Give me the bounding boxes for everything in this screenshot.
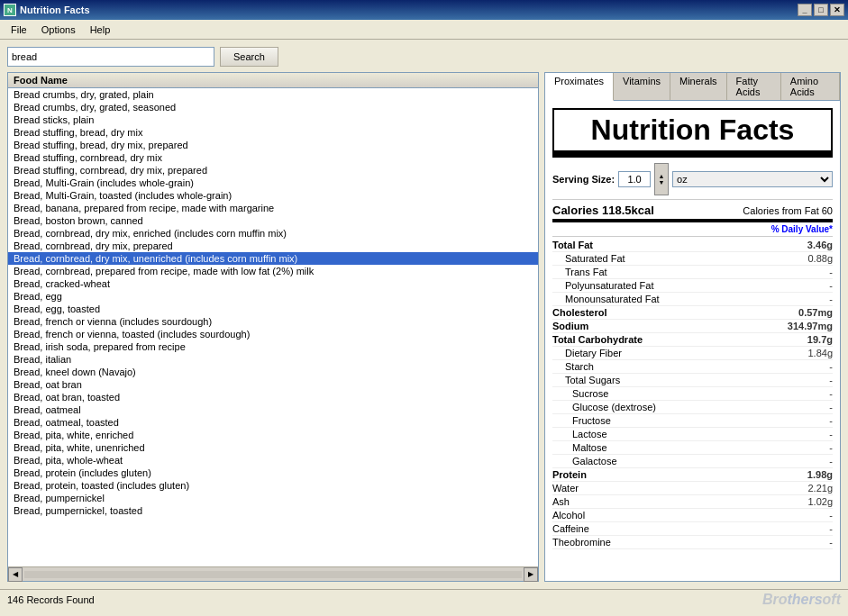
nutrient-row: Lactose- xyxy=(552,428,833,441)
right-panel: Proximates Vitamins Minerals Fatty Acids… xyxy=(544,72,841,582)
food-item[interactable]: Bread stuffing, cornbread, dry mix, prep… xyxy=(8,164,538,177)
branding-highlight: thers xyxy=(787,592,822,607)
food-item[interactable]: Bread, protein, toasted (includes gluten… xyxy=(8,479,538,492)
close-button[interactable]: ✕ xyxy=(830,4,844,16)
nutrient-label: Trans Fat xyxy=(565,267,607,277)
search-input[interactable] xyxy=(7,47,214,67)
serving-size-input[interactable] xyxy=(618,171,651,187)
calories-main: Calories 118.5kcal xyxy=(552,204,654,217)
food-item[interactable]: Bread, Multi-Grain (includes whole-grain… xyxy=(8,177,538,189)
nutrient-label: Protein xyxy=(552,469,587,480)
nutrient-value: 1.02g xyxy=(807,496,833,507)
tab-proximates[interactable]: Proximates xyxy=(545,73,614,101)
food-item[interactable]: Bread crumbs, dry, grated, seasoned xyxy=(8,101,538,113)
food-item[interactable]: Bread, french or vienna (includes sourdo… xyxy=(8,315,538,328)
nutrient-row: Theobromine- xyxy=(552,536,833,549)
tab-amino-acids[interactable]: Amino Acids xyxy=(781,73,840,100)
menu-help[interactable]: Help xyxy=(83,23,118,37)
nutrient-row: Total Fat3.46g xyxy=(552,239,833,252)
food-item[interactable]: Bread, cornbread, dry mix, unenriched (i… xyxy=(8,252,538,265)
nutrient-label: Sodium xyxy=(552,321,588,331)
branding-prefix: Bro xyxy=(762,592,788,607)
food-item[interactable]: Bread stuffing, bread, dry mix, prepared xyxy=(8,139,538,151)
food-item[interactable]: Bread stuffing, cornbread, dry mix xyxy=(8,151,538,164)
food-item[interactable]: Bread, egg xyxy=(8,290,538,303)
food-item[interactable]: Bread, oat bran xyxy=(8,378,538,391)
menu-file[interactable]: File xyxy=(4,23,34,37)
nutrient-row: Total Sugars- xyxy=(552,374,833,387)
food-item[interactable]: Bread stuffing, bread, dry mix xyxy=(8,126,538,139)
food-item[interactable]: Bread, cornbread, dry mix, prepared xyxy=(8,240,538,252)
food-item[interactable]: Bread, protein (includes gluten) xyxy=(8,467,538,479)
menu-options[interactable]: Options xyxy=(34,23,83,37)
nutrient-value: - xyxy=(829,388,833,399)
food-item[interactable]: Bread, banana, prepared from recipe, mad… xyxy=(8,202,538,214)
nutrient-label: Total Fat xyxy=(552,240,593,250)
food-item[interactable]: Bread, Multi-Grain, toasted (includes wh… xyxy=(8,189,538,202)
nutrient-label: Galactose xyxy=(572,456,617,467)
daily-value-text: % Daily Value* xyxy=(771,224,833,234)
nutrient-value: - xyxy=(829,442,833,453)
nutrient-label: Lactose xyxy=(572,429,607,439)
food-item[interactable]: Bread, pumpernickel, toasted xyxy=(8,504,538,517)
nutrient-value: - xyxy=(829,375,833,385)
food-item[interactable]: Bread, pita, whole-wheat xyxy=(8,454,538,467)
nutrient-value: 0.88g xyxy=(807,253,833,264)
food-item[interactable]: Bread, cornbread, dry mix, enriched (inc… xyxy=(8,227,538,240)
serving-row: Serving Size: ▲▼ oz g cup xyxy=(552,163,833,200)
tabs-bar: Proximates Vitamins Minerals Fatty Acids… xyxy=(545,73,840,101)
title-bar-left: N Nutrition Facts xyxy=(4,4,90,16)
title-bar: N Nutrition Facts _ □ ✕ xyxy=(0,0,848,20)
calories-value: 118.5kcal xyxy=(602,204,654,217)
food-item[interactable]: Bread, french or vienna, toasted (includ… xyxy=(8,328,538,340)
food-item[interactable]: Bread crumbs, dry, grated, plain xyxy=(8,88,538,101)
food-item[interactable]: Bread, boston brown, canned xyxy=(8,214,538,227)
nutrient-label: Total Sugars xyxy=(565,375,620,385)
nutrient-label: Ash xyxy=(552,496,570,507)
scroll-track xyxy=(24,571,522,578)
nutrient-value: - xyxy=(829,294,833,304)
food-item[interactable]: Bread, irish soda, prepared from recipe xyxy=(8,340,538,353)
nutrient-row: Sucrose- xyxy=(552,387,833,401)
food-item[interactable]: Bread, oat bran, toasted xyxy=(8,391,538,403)
food-item[interactable]: Bread, italian xyxy=(8,353,538,366)
nutrient-row: Protein1.98g xyxy=(552,468,833,482)
nutrient-row: Cholesterol0.57mg xyxy=(552,306,833,320)
calories-from-fat: Calories from Fat 60 xyxy=(743,205,833,216)
scroll-left-button[interactable]: ◀ xyxy=(8,567,23,582)
food-list-scroll[interactable]: Bread crumbs, dry, grated, plainBread cr… xyxy=(8,88,538,566)
calories-label: Calories xyxy=(552,204,598,217)
food-item[interactable]: Bread, egg, toasted xyxy=(8,303,538,315)
maximize-button[interactable]: □ xyxy=(814,4,828,16)
tab-minerals[interactable]: Minerals xyxy=(670,73,727,100)
nutrient-label: Sucrose xyxy=(572,388,608,399)
nutrient-value: - xyxy=(829,523,833,534)
food-item[interactable]: Bread, cracked-wheat xyxy=(8,277,538,290)
food-item[interactable]: Bread, pita, white, unenriched xyxy=(8,441,538,454)
food-item[interactable]: Bread, cornbread, prepared from recipe, … xyxy=(8,265,538,277)
tab-vitamins[interactable]: Vitamins xyxy=(614,73,670,100)
search-button[interactable]: Search xyxy=(220,47,278,67)
food-item[interactable]: Bread, oatmeal, toasted xyxy=(8,416,538,429)
nutrient-row: Starch- xyxy=(552,360,833,374)
nutrient-row: Sodium314.97mg xyxy=(552,320,833,333)
food-item[interactable]: Bread, pita, white, enriched xyxy=(8,429,538,441)
nutrient-value: - xyxy=(829,402,833,412)
serving-unit-select[interactable]: oz g cup xyxy=(672,171,833,187)
food-list-container: Food Name Bread crumbs, dry, grated, pla… xyxy=(7,72,539,582)
nutrient-label: Glucose (dextrose) xyxy=(572,402,656,412)
food-item[interactable]: Bread, oatmeal xyxy=(8,403,538,416)
horizontal-scrollbar[interactable]: ◀ ▶ xyxy=(8,566,538,581)
calories-row: Calories 118.5kcal Calories from Fat 60 xyxy=(552,204,833,222)
food-item[interactable]: Bread, pumpernickel xyxy=(8,492,538,504)
minimize-button[interactable]: _ xyxy=(798,4,812,16)
nutrient-value: - xyxy=(829,361,833,372)
nutrient-label: Maltose xyxy=(572,442,607,453)
tab-fatty-acids[interactable]: Fatty Acids xyxy=(727,73,781,100)
scroll-right-button[interactable]: ▶ xyxy=(524,567,538,582)
status-bar: 146 Records Found Brothersoft xyxy=(0,589,848,609)
food-item[interactable]: Bread sticks, plain xyxy=(8,113,538,126)
food-item[interactable]: Bread, kneel down (Navajo) xyxy=(8,366,538,378)
nutrient-row: Caffeine- xyxy=(552,522,833,536)
serving-spinner[interactable]: ▲▼ xyxy=(654,163,669,195)
